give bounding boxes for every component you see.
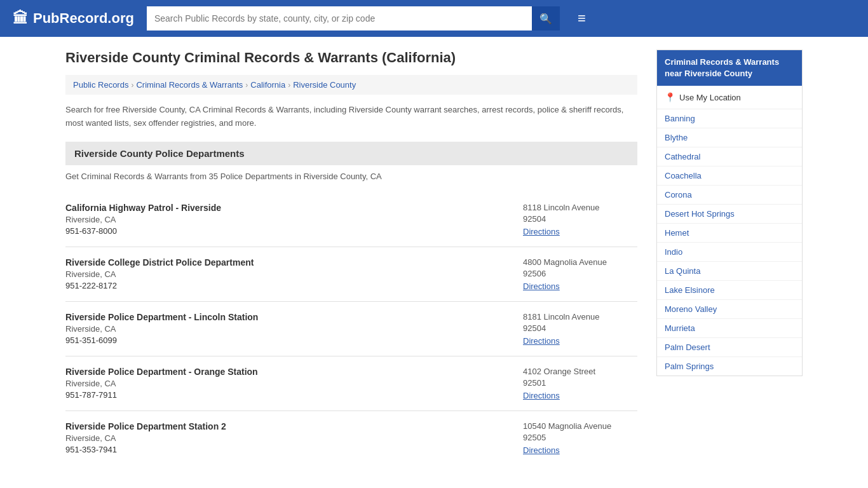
sidebar-item-moreno-valley[interactable]: Moreno Valley — [657, 300, 802, 319]
dept-right-2: 8181 Lincoln Avenue 92504 Directions — [510, 312, 637, 346]
header: 🏛 PubRecord.org 🔍 ≡ — [0, 0, 868, 37]
dept-city-0: Riverside, CA — [65, 215, 510, 224]
dept-right-3: 4102 Orange Street 92501 Directions — [510, 367, 637, 400]
dept-left-4: Riverside Police Department Station 2 Ri… — [65, 421, 510, 454]
table-row: California Highway Patrol - Riverside Ri… — [65, 193, 637, 247]
search-button[interactable]: 🔍 — [532, 6, 560, 30]
logo[interactable]: 🏛 PubRecord.org — [13, 10, 134, 27]
sidebar-item-murrieta[interactable]: Murrieta — [657, 319, 802, 338]
page-title: Riverside County Criminal Records & Warr… — [65, 50, 637, 66]
sidebar-item-palm-desert[interactable]: Palm Desert — [657, 338, 802, 357]
breadcrumb-sep-1: › — [131, 81, 133, 90]
breadcrumb-sep-2: › — [245, 81, 248, 90]
dept-address-3: 4102 Orange Street — [523, 367, 637, 376]
dept-right-0: 8118 Lincoln Avenue 92504 Directions — [510, 203, 637, 236]
dept-name-3: Riverside Police Department - Orange Sta… — [65, 367, 510, 377]
dept-name-2: Riverside Police Department - Lincoln St… — [65, 312, 510, 322]
table-row: Riverside Police Department - Orange Sta… — [65, 356, 637, 411]
page-description: Search for free Riverside County, CA Cri… — [65, 104, 637, 130]
table-row: Riverside Police Department Station 2 Ri… — [65, 411, 637, 465]
content-area: Riverside County Criminal Records & Warr… — [65, 50, 637, 465]
dept-phone-3: 951-787-7911 — [65, 390, 510, 400]
dept-zip-0: 92504 — [523, 214, 637, 224]
table-row: Riverside College District Police Depart… — [65, 247, 637, 302]
sidebar-item-desert-hot-springs[interactable]: Desert Hot Springs — [657, 205, 802, 224]
sidebar-item-indio[interactable]: Indio — [657, 243, 802, 262]
use-location-button[interactable]: 📍 Use My Location — [657, 86, 802, 109]
breadcrumb: Public Records › Criminal Records & Warr… — [65, 75, 637, 95]
dept-city-2: Riverside, CA — [65, 324, 510, 334]
menu-icon: ≡ — [578, 10, 586, 26]
dept-address-4: 10540 Magnolia Avenue — [523, 421, 637, 431]
dept-right-4: 10540 Magnolia Avenue 92505 Directions — [510, 421, 637, 455]
sidebar-item-hemet[interactable]: Hemet — [657, 224, 802, 243]
sidebar-item-coachella[interactable]: Coachella — [657, 166, 802, 186]
dept-address-2: 8181 Lincoln Avenue — [523, 312, 637, 322]
sidebar-item-lake-elsinore[interactable]: Lake Elsinore — [657, 281, 802, 300]
breadcrumb-public-records[interactable]: Public Records — [73, 80, 128, 90]
dept-left-1: Riverside College District Police Depart… — [65, 257, 510, 290]
sidebar: Criminal Records & Warrants near Riversi… — [656, 50, 803, 465]
dept-right-1: 4800 Magnolia Avenue 92506 Directions — [510, 257, 637, 291]
sidebar-item-corona[interactable]: Corona — [657, 186, 802, 205]
logo-text: PubRecord.org — [33, 10, 134, 27]
department-list: California Highway Patrol - Riverside Ri… — [65, 193, 637, 465]
dept-address-0: 8118 Lincoln Avenue — [523, 203, 637, 212]
sidebar-item-blythe[interactable]: Blythe — [657, 128, 802, 147]
directions-link-1[interactable]: Directions — [523, 281, 560, 291]
directions-link-2[interactable]: Directions — [523, 336, 560, 346]
directions-link-3[interactable]: Directions — [523, 391, 560, 400]
section-subtext: Get Criminal Records & Warrants from 35 … — [65, 172, 637, 181]
main-container: Riverside County Criminal Records & Warr… — [53, 37, 815, 478]
dept-zip-2: 92504 — [523, 323, 637, 333]
dept-phone-2: 951-351-6099 — [65, 336, 510, 345]
dept-zip-3: 92501 — [523, 378, 637, 388]
sidebar-item-la-quinta[interactable]: La Quinta — [657, 262, 802, 281]
section-header: Riverside County Police Departments — [65, 142, 637, 165]
location-pin-icon: 📍 — [665, 92, 675, 102]
logo-icon: 🏛 — [13, 10, 28, 27]
dept-address-1: 4800 Magnolia Avenue — [523, 257, 637, 267]
dept-city-1: Riverside, CA — [65, 269, 510, 279]
search-icon: 🔍 — [539, 13, 552, 25]
sidebar-item-banning[interactable]: Banning — [657, 109, 802, 128]
dept-name-0: California Highway Patrol - Riverside — [65, 203, 510, 213]
table-row: Riverside Police Department - Lincoln St… — [65, 302, 637, 356]
dept-zip-1: 92506 — [523, 269, 637, 278]
dept-phone-4: 951-353-7941 — [65, 445, 510, 454]
search-bar: 🔍 — [147, 6, 560, 30]
breadcrumb-california[interactable]: California — [250, 80, 285, 90]
dept-phone-0: 951-637-8000 — [65, 226, 510, 236]
dept-left-0: California Highway Patrol - Riverside Ri… — [65, 203, 510, 236]
sidebar-item-cathedral[interactable]: Cathedral — [657, 147, 802, 166]
dept-name-1: Riverside College District Police Depart… — [65, 257, 510, 268]
sidebar-title: Criminal Records & Warrants near Riversi… — [657, 50, 802, 86]
dept-left-3: Riverside Police Department - Orange Sta… — [65, 367, 510, 400]
breadcrumb-sep-3: › — [288, 81, 290, 90]
dept-left-2: Riverside Police Department - Lincoln St… — [65, 312, 510, 345]
search-input[interactable] — [147, 6, 532, 30]
dept-phone-1: 951-222-8172 — [65, 281, 510, 290]
breadcrumb-riverside-county[interactable]: Riverside County — [293, 80, 356, 90]
dept-name-4: Riverside Police Department Station 2 — [65, 421, 510, 431]
breadcrumb-criminal-records[interactable]: Criminal Records & Warrants — [136, 80, 243, 90]
menu-button[interactable]: ≡ — [573, 9, 591, 28]
dept-city-4: Riverside, CA — [65, 433, 510, 443]
dept-zip-4: 92505 — [523, 433, 637, 442]
city-list: BanningBlytheCathedralCoachellaCoronaDes… — [657, 109, 802, 376]
dept-city-3: Riverside, CA — [65, 379, 510, 388]
use-location-label: Use My Location — [679, 93, 741, 102]
directions-link-0[interactable]: Directions — [523, 227, 560, 236]
sidebar-box: Criminal Records & Warrants near Riversi… — [656, 50, 803, 376]
sidebar-item-palm-springs[interactable]: Palm Springs — [657, 357, 802, 376]
directions-link-4[interactable]: Directions — [523, 445, 560, 455]
